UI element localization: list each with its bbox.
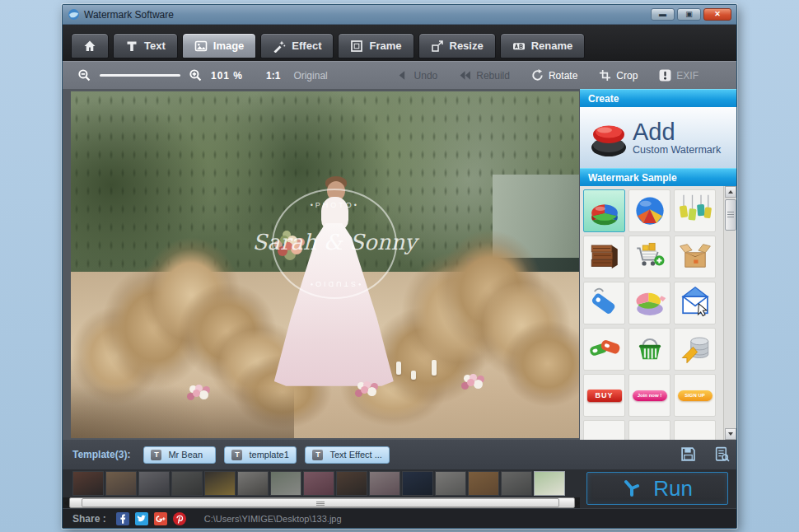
add-custom-watermark-button[interactable]: Add Custom Watermark [580, 107, 736, 168]
filmstrip-thumbnail[interactable] [138, 471, 170, 496]
run-button[interactable]: Run [586, 472, 728, 505]
watermark-stamp[interactable]: •PHOTO• Sarah & Sonny •STUDIO• [272, 189, 397, 299]
sample-db-arrow[interactable] [674, 328, 716, 371]
undo-button[interactable]: Undo [397, 69, 438, 82]
filmstrip-thumbnail[interactable] [105, 471, 137, 496]
sample-btn-buy[interactable]: BUY [583, 374, 625, 417]
scroll-up-icon[interactable] [725, 186, 736, 198]
filmstrip-thumbnail[interactable] [237, 471, 269, 496]
filmstrip-thumbnail[interactable] [501, 471, 532, 496]
filmstrip [63, 469, 580, 497]
effect-icon [273, 40, 286, 53]
tab-frame[interactable]: Frame [338, 33, 414, 58]
undo-button[interactable] [596, 33, 612, 49]
quick-actions [596, 33, 713, 49]
pinterest-share-icon[interactable] [173, 512, 186, 525]
title-bar[interactable]: Watermark Software ▬ ▣ ✕ [63, 5, 736, 25]
sample-blue-tag[interactable] [583, 282, 625, 324]
sample-mail-cursor[interactable] [674, 282, 716, 324]
template-button[interactable]: Mr Bean [143, 446, 216, 464]
close-button[interactable]: ✕ [703, 8, 731, 21]
sample-btn-signup[interactable]: SIGN UP [674, 374, 716, 417]
template-count-label: Template(3): [72, 449, 130, 460]
template-button[interactable]: template1 [224, 446, 297, 464]
sample-wood-crate[interactable] [583, 236, 625, 278]
rebuild-icon [459, 69, 471, 82]
watermark-top-text: •PHOTO• [273, 201, 395, 209]
template-button[interactable]: Text Effect ... [305, 446, 389, 464]
filmstrip-thumbnail[interactable] [270, 471, 301, 496]
filmstrip-thumbnail[interactable] [204, 471, 236, 496]
sample-pie-3d[interactable] [583, 189, 625, 232]
zoom-out-icon[interactable] [77, 68, 91, 82]
googleplus-share-icon[interactable] [154, 512, 167, 525]
filmstrip-thumbnail[interactable] [534, 471, 565, 496]
home-icon [83, 40, 96, 53]
sample-cart-add[interactable] [628, 236, 671, 278]
filmstrip-thumbnail[interactable] [369, 471, 400, 496]
twitter-share-icon[interactable] [135, 512, 148, 525]
original-label[interactable]: Original [293, 70, 327, 82]
share-label: Share : [72, 513, 106, 525]
sidebar-scrollbar[interactable] [723, 186, 736, 440]
sample-hanging-tags[interactable] [674, 189, 716, 232]
save-template-icon[interactable] [680, 446, 696, 462]
capture-button[interactable] [698, 33, 713, 49]
red-button-icon [585, 116, 633, 159]
comment-button[interactable] [664, 33, 680, 49]
crop-button[interactable]: Crop [599, 69, 638, 82]
sample-pie-multi[interactable] [628, 282, 671, 324]
tab-resize[interactable]: Resize [418, 33, 496, 58]
filmstrip-scrollbar[interactable] [69, 497, 575, 508]
filmstrip-thumbnail[interactable] [402, 471, 433, 496]
zoom-slider[interactable] [100, 74, 180, 77]
zoom-in-icon[interactable] [189, 68, 203, 82]
scroll-left-icon[interactable] [64, 500, 68, 506]
filmstrip-thumbnail[interactable] [72, 471, 104, 496]
text-icon [125, 40, 138, 53]
rebuild-button[interactable]: Rebuild [459, 69, 510, 82]
scroll-down-icon[interactable] [725, 428, 736, 440]
zoom-percent: 101 % [211, 70, 243, 82]
tab-home[interactable] [71, 33, 109, 58]
sample-pie-round[interactable] [628, 189, 671, 232]
filmstrip-thumbnail[interactable] [468, 471, 499, 496]
exif-warning-icon [659, 69, 671, 82]
rotate-button[interactable]: Rotate [531, 69, 577, 82]
sample-eye[interactable] [674, 420, 716, 440]
filmstrip-scrollbar-thumb[interactable] [82, 498, 559, 507]
filmstrip-thumbnail[interactable] [435, 471, 466, 496]
tab-image[interactable]: Image [182, 33, 257, 58]
facebook-share-icon[interactable] [116, 512, 129, 525]
desktop: Watermark Software ▬ ▣ ✕ TextImageEffect… [0, 0, 799, 532]
view-toolbar: 101 % 1:1 Original Undo Rebuild Rotate [63, 61, 736, 89]
minimize-button[interactable]: ▬ [651, 8, 675, 21]
frame-icon [350, 40, 363, 53]
maximize-button[interactable]: ▣ [677, 8, 701, 21]
tab-text[interactable]: Text [113, 33, 178, 58]
exif-button[interactable]: EXIF [659, 69, 699, 82]
template-manager-icon[interactable] [714, 446, 730, 462]
filmstrip-thumbnails [72, 471, 565, 496]
filmstrip-thumbnail[interactable] [171, 471, 203, 496]
sample-tag-pair[interactable] [583, 328, 625, 371]
text-template-icon [151, 450, 161, 460]
status-bar: Share : C:\Users\YIMIGE\Desktop\133.jpg [63, 508, 736, 528]
tab-rename[interactable]: Rename [500, 33, 586, 58]
run-label: Run [653, 476, 693, 502]
filmstrip-thumbnail[interactable] [303, 471, 334, 496]
run-arrow-icon [622, 478, 642, 498]
scroll-right-icon[interactable] [576, 500, 580, 506]
sample-open-box[interactable] [674, 236, 716, 278]
sample-btn-join[interactable]: Join now ! [628, 374, 671, 417]
app-window: Watermark Software ▬ ▣ ✕ TextImageEffect… [62, 4, 737, 529]
filmstrip-thumbnail[interactable] [336, 471, 367, 496]
sample-pig[interactable] [628, 420, 671, 440]
sample-cow[interactable] [583, 420, 625, 440]
sidebar: Create Add Custom Watermark Watermark [580, 89, 736, 440]
redo-button[interactable] [630, 33, 646, 49]
sample-basket[interactable] [628, 328, 671, 371]
add-sublabel: Custom Watermark [633, 145, 721, 156]
tab-effect[interactable]: Effect [260, 33, 334, 58]
scrollbar-thumb[interactable] [725, 199, 736, 231]
